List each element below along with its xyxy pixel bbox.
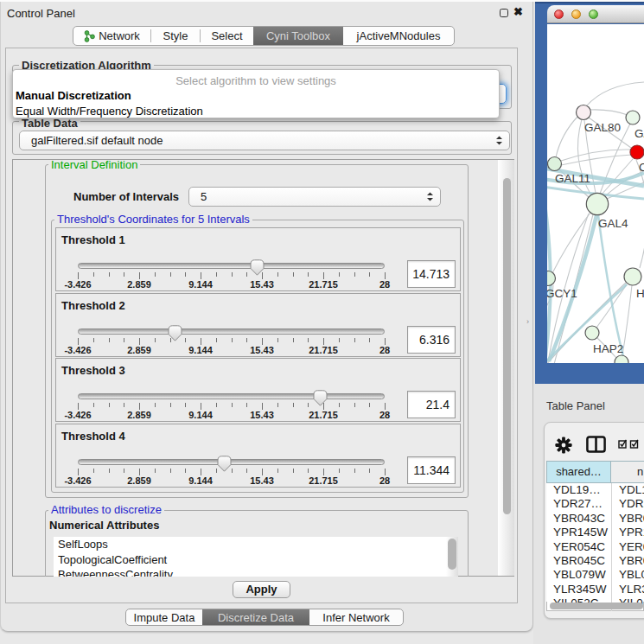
svg-text:GCY1: GCY1 <box>547 287 577 300</box>
svg-text:GAL4: GAL4 <box>598 217 628 230</box>
svg-text:HAP2: HAP2 <box>593 342 623 355</box>
svg-text:GA: GA <box>634 127 644 140</box>
svg-text:GAL11: GAL11 <box>555 172 590 185</box>
svg-text:H: H <box>636 287 644 300</box>
svg-text:GAL80: GAL80 <box>584 121 621 134</box>
svg-text:C.: C. <box>639 161 644 174</box>
